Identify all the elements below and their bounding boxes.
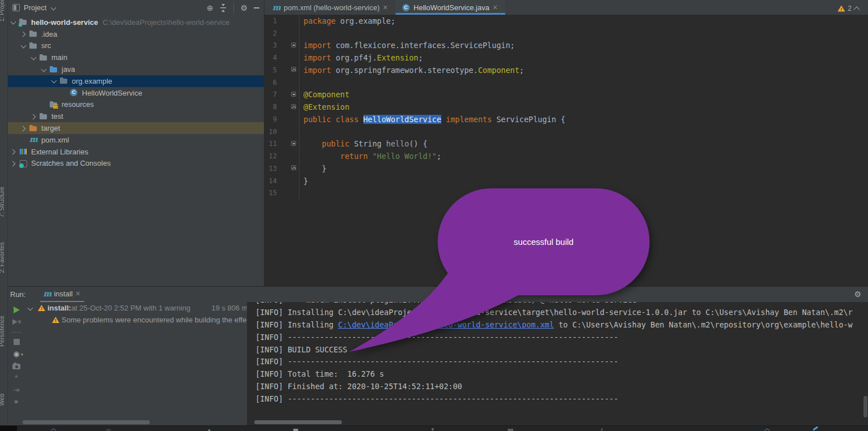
code-line[interactable]: 2	[264, 27, 868, 40]
console-line: [INFO] --- maven-install-plugin:2.4:inst…	[255, 302, 868, 307]
stop-icon[interactable]	[14, 339, 20, 345]
tree-item-pom-xml[interactable]: pom.xml	[8, 134, 264, 146]
fold-end-icon[interactable]	[291, 67, 296, 72]
status-icon-grid[interactable]: ▤	[507, 427, 513, 431]
tree-item-scratches-and-consoles[interactable]: Scratches and Consoles	[8, 158, 264, 170]
console-file-link[interactable]: C:\dev\ideaProjects\hello-world-service\…	[338, 320, 554, 329]
tab-pom-xml[interactable]: pom.xml (hello-world-service)	[266, 0, 396, 15]
scroll-to-end-icon[interactable]: ⇥	[14, 386, 20, 394]
code-line[interactable]: 15	[264, 187, 868, 200]
tool-stripe-label--favorites[interactable]: 2: Favorites	[0, 242, 5, 273]
tree-item-helloworldservice[interactable]: HelloWorldService	[8, 87, 264, 99]
chevron-down-icon[interactable]	[41, 66, 47, 73]
locate-icon[interactable]: ⊕	[207, 4, 214, 12]
code-line[interactable]: 3import com.flexicore.interfaces.Service…	[264, 40, 868, 52]
chevron-right-icon[interactable]	[20, 31, 27, 37]
tree-hscrollbar-thumb[interactable]	[23, 420, 150, 424]
tree-item-hello-world-service[interactable]: hello-world-serviceC:\dev\ideaProjects\h…	[8, 16, 264, 28]
chevron-down-icon[interactable]	[27, 305, 34, 312]
skip-tests-icon[interactable]: *	[15, 374, 18, 381]
collapse-all-icon[interactable]	[219, 4, 227, 12]
code-line[interactable]: 9public class HelloWorldService implemen…	[264, 113, 868, 126]
code-line[interactable]: 12 return "Hello World!";	[264, 150, 868, 162]
chevron-down-icon[interactable]	[50, 5, 57, 11]
run-result-row[interactable]: ! install: at 25-Oct-20 2:52 PM with 1 w…	[25, 302, 255, 314]
close-icon[interactable]	[383, 4, 389, 11]
gear-icon[interactable]: ⚙	[240, 4, 248, 12]
code-text: import org.pf4j.Extension;	[300, 53, 423, 62]
tree-item--idea[interactable]: .idea	[8, 28, 264, 40]
tool-stripe-label--project[interactable]: 1: Project	[0, 0, 5, 21]
tool-stripe-label-persistence[interactable]: Persistence	[0, 316, 5, 347]
status-icon-edit[interactable]	[813, 426, 818, 430]
status-icon-paren[interactable]: (	[601, 427, 603, 431]
close-icon[interactable]	[76, 290, 82, 298]
chevron-down-icon[interactable]	[31, 54, 37, 61]
chevron-right-icon[interactable]	[31, 113, 37, 120]
inspections-widget[interactable]: ! 2	[837, 5, 859, 12]
code-line[interactable]: 6	[264, 76, 868, 89]
gear-icon[interactable]: ⚙	[854, 290, 861, 298]
chevron-up-icon[interactable]	[853, 6, 860, 12]
status-icon-square[interactable]: ▫	[106, 427, 110, 431]
fold-end-icon[interactable]	[291, 165, 296, 170]
fold-collapse-icon[interactable]	[291, 92, 296, 97]
line-number: 14	[264, 177, 277, 185]
rerun-failed-icon[interactable]	[12, 318, 20, 326]
console-hscrollbar-thumb[interactable]	[254, 420, 342, 424]
chevron-right-icon[interactable]	[10, 160, 17, 167]
code-text: }	[300, 176, 308, 186]
close-icon[interactable]	[493, 4, 499, 11]
tree-item-java[interactable]: java	[8, 63, 264, 75]
console-output[interactable]: [INFO] --- maven-install-plugin:2.4:inst…	[247, 302, 868, 419]
status-icon-circle2[interactable]: ○	[765, 427, 770, 431]
code-line[interactable]: 11 public String hello() {	[264, 138, 868, 150]
java-icon	[49, 65, 59, 74]
status-icon-arrow-up[interactable]: ↑	[430, 427, 435, 431]
code-line[interactable]: 8@Extension	[264, 101, 868, 113]
tab-helloworldservice-java[interactable]: HelloWorldService.java	[396, 0, 505, 15]
tool-stripe-label--structure[interactable]: 7: Structure	[0, 187, 5, 217]
tree-item-org-example[interactable]: org.example	[8, 75, 264, 87]
code-token: Extension	[377, 53, 418, 62]
view-options-icon[interactable]: ◉	[13, 350, 19, 357]
code-line[interactable]: 5import org.springframework.stereotype.C…	[264, 64, 868, 76]
code-line[interactable]: 13 }	[264, 162, 868, 175]
chevron-down-icon[interactable]	[51, 77, 58, 84]
code-token: HelloWorldService	[363, 115, 441, 124]
screenshot-icon[interactable]	[12, 364, 20, 369]
tree-item-main[interactable]: main	[8, 51, 264, 63]
tool-stripe-label-web[interactable]: Web	[0, 394, 5, 406]
icon-badge	[19, 163, 24, 168]
tree-item-test[interactable]: test	[8, 110, 264, 122]
folder-icon	[39, 112, 49, 121]
code-line[interactable]: 1package org.example;	[264, 15, 868, 27]
code-line[interactable]: 7@Component	[264, 89, 868, 101]
chevron-down-icon[interactable]	[20, 42, 27, 49]
project-panel-title[interactable]: Project	[24, 3, 46, 12]
run-tab-install[interactable]: install	[40, 290, 84, 302]
tree-item-src[interactable]: src	[8, 40, 264, 52]
fold-end-icon[interactable]	[291, 104, 296, 109]
rerun-icon[interactable]	[14, 307, 20, 313]
more-icon[interactable]: »	[14, 399, 19, 404]
status-icon-triangle[interactable]: ▲	[207, 427, 211, 431]
tree-item-target[interactable]: target	[8, 122, 264, 134]
code-line[interactable]: 4import org.pf4j.Extension;	[264, 51, 868, 64]
gutter-fold-column	[277, 89, 300, 101]
status-icon-circle[interactable]: ○	[51, 427, 57, 431]
fold-collapse-icon[interactable]	[291, 141, 296, 146]
chevron-right-icon[interactable]	[20, 125, 27, 132]
tree-item-external-libraries[interactable]: External Libraries	[8, 146, 264, 158]
tree-item-resources[interactable]: resources	[8, 99, 264, 111]
hide-panel-icon[interactable]	[254, 7, 259, 8]
status-icon-stop[interactable]: ■	[293, 427, 298, 431]
code-line[interactable]: 14}	[264, 175, 868, 187]
line-number: 3	[264, 41, 277, 49]
code-line[interactable]: 10	[264, 126, 868, 138]
chevron-down-icon[interactable]	[10, 19, 17, 25]
fold-collapse-icon[interactable]	[291, 42, 296, 48]
console-vscrollbar-thumb[interactable]	[863, 396, 867, 417]
chevron-right-icon[interactable]	[10, 148, 17, 155]
run-problem-row[interactable]: ! Some problems were encountered while b…	[25, 314, 255, 326]
